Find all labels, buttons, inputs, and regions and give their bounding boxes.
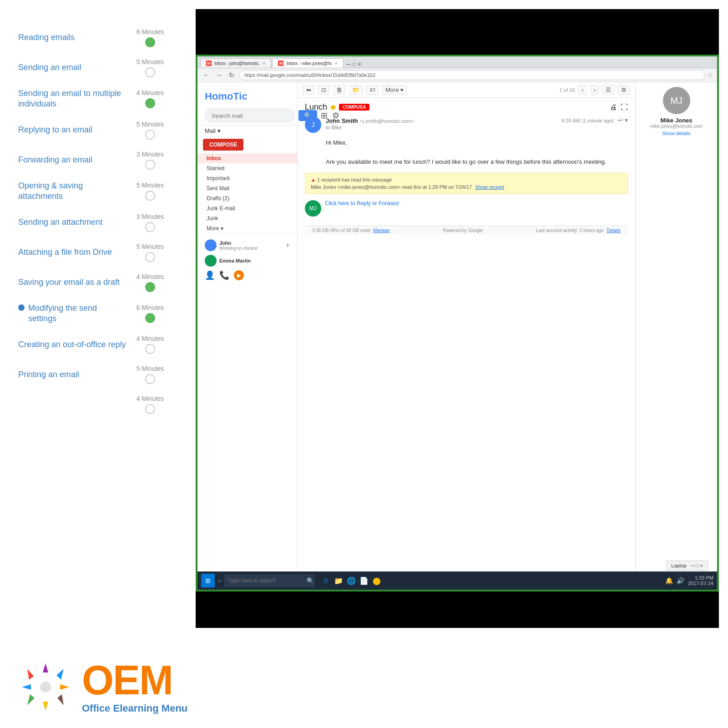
email-to: to Mike (326, 125, 557, 130)
browser-tab-2[interactable]: M Inbox - mike.jones@hom... × (272, 58, 343, 68)
sidebar-item-replying[interactable]: Replying to an email 5 Minutes (18, 115, 173, 145)
gmail-nav-more[interactable]: More ▾ (197, 223, 297, 233)
toolbar-archive[interactable]: ⬅ (303, 85, 314, 95)
toolbar-delete[interactable]: 🗑 (333, 85, 345, 95)
window-minimize[interactable]: ─ (346, 61, 351, 68)
sidebar-item-printing[interactable]: Printing an email 5 Minutes (18, 359, 173, 389)
gmail-search-input[interactable] (205, 109, 295, 122)
chat-action-icons: 👤 📞 ▶ (197, 268, 297, 282)
status-circle-printing (145, 374, 155, 384)
taskbar-search-icon-inline: 🔍 (307, 577, 314, 584)
sidebar-item-more[interactable]: 4 Minutes (18, 389, 173, 420)
reply-icon-small[interactable]: ↩ (618, 116, 623, 124)
tab-close-2[interactable]: × (334, 61, 337, 66)
minutes-label-replying: 5 Minutes (136, 121, 164, 128)
toolbar-more[interactable]: More ▾ (382, 85, 407, 95)
popup-minimize[interactable]: ─ (691, 563, 694, 568)
email-header: J John Smith <j.smith@homotic.com> to Mi… (305, 116, 628, 133)
oem-text-block: OEM Office Elearning Menu (82, 660, 187, 714)
sidebar-item-forwarding[interactable]: Forwarding an email 3 Minutes (18, 145, 173, 175)
sidebar-item-saving-draft[interactable]: Saving your email as a draft 4 Minutes (18, 268, 173, 298)
gmail-nav-sent[interactable]: Sent Mail (197, 183, 297, 193)
show-details-link[interactable]: Show details (640, 131, 713, 136)
details-link[interactable]: Details (607, 228, 621, 233)
popup-close[interactable]: × (700, 563, 703, 568)
email-print-icon[interactable]: 🖨 (610, 103, 617, 111)
compose-button[interactable]: COMPOSE (203, 139, 243, 151)
taskbar-browser2-icon[interactable]: 🌐 (346, 575, 357, 586)
sidebar-item-reading-emails[interactable]: Reading emails 6 Minutes (18, 23, 173, 53)
chat-john-info: John Working on invoice (219, 240, 258, 251)
tracking-link[interactable]: Show receipt (475, 184, 504, 190)
taskbar-chrome-icon[interactable]: ⬤ (371, 575, 382, 586)
sidebar-item-sending-email[interactable]: Sending an email 5 Minutes (18, 53, 173, 83)
svg-point-0 (40, 682, 51, 693)
toolbar-next[interactable]: › (591, 85, 599, 95)
chat-avatar-emma (205, 255, 217, 267)
gmail-nav-starred[interactable]: Starred (197, 163, 297, 173)
chat-item-john[interactable]: John Working on invoice + (197, 238, 297, 253)
gmail-nav-junk[interactable]: Junk (197, 213, 297, 223)
chat-add-icon[interactable]: + (286, 241, 290, 249)
status-circle-attaching-drive (145, 252, 155, 262)
pagination-label: 1 of 10 (560, 87, 575, 93)
minutes-label-sending-attachment: 3 Minutes (136, 213, 164, 220)
manage-link[interactable]: Manage (373, 228, 389, 233)
toolbar-move[interactable]: 📁 (349, 85, 363, 95)
toolbar-prev[interactable]: ‹ (578, 85, 586, 95)
chat-video-icon[interactable]: ▶ (234, 270, 244, 280)
nav-forward[interactable]: → (214, 70, 224, 80)
more-icon-small[interactable]: ▾ (625, 116, 628, 124)
chat-phone-icon[interactable]: 📞 (219, 270, 229, 280)
address-bar[interactable] (239, 70, 705, 80)
taskbar-file-icon[interactable]: 📄 (359, 575, 369, 586)
course-title-saving-draft: Saving your email as a draft (18, 277, 120, 288)
gmail-nav-drafts[interactable]: Drafts (2) (197, 193, 297, 203)
gmail-nav-inbox[interactable]: Inbox (197, 153, 297, 163)
svg-marker-1 (43, 663, 48, 672)
nav-back[interactable]: ← (201, 70, 211, 80)
taskbar-ie-icon[interactable]: e (320, 575, 331, 586)
sender-name: John Smith (326, 117, 358, 124)
toolbar-settings[interactable]: ⚙ (618, 85, 630, 95)
email-expand-icon[interactable]: ⛶ (621, 103, 628, 111)
taskbar-cortana[interactable]: ○ (217, 577, 221, 584)
taskbar-search[interactable] (224, 574, 315, 587)
course-item-left-opening-saving: Opening & saving attachments (18, 181, 127, 202)
toolbar-report[interactable]: ⊡ (318, 85, 329, 95)
gmail-nav-junk-email[interactable]: Junk E-mail (197, 203, 297, 213)
sidebar-item-modifying-send[interactable]: Modifying the send settings 6 Minutes (18, 298, 173, 330)
browser-tab-1[interactable]: M Inbox - john@homotic.com × (200, 58, 271, 68)
gmail-nav-important[interactable]: Important (197, 173, 297, 183)
toolbar-label[interactable]: 🏷 (366, 85, 379, 95)
popup-expand[interactable]: □ (696, 563, 699, 568)
course-title-attaching-drive: Attaching a file from Drive (18, 247, 112, 258)
bookmark-icon[interactable]: ☆ (708, 71, 713, 79)
tab-close-1[interactable]: × (263, 61, 265, 66)
browser-nav: ← → ↻ ☆ (197, 68, 717, 82)
gmail-body: HomoTic 🔍 ⊞ ⚙ Mail (197, 82, 717, 571)
course-item-right-attaching-drive: 5 Minutes (127, 243, 173, 262)
taskbar-notification-icon[interactable]: 🔔 (665, 577, 673, 584)
chat-item-emma[interactable]: Emma Martin (197, 253, 297, 268)
sidebar-item-out-of-office[interactable]: Creating an out-of-office reply 4 Minute… (18, 329, 173, 359)
mail-dropdown-icon[interactable]: ▾ (217, 127, 221, 134)
taskbar-volume-icon[interactable]: 🔊 (677, 577, 684, 584)
sidebar-item-attaching-drive[interactable]: Attaching a file from Drive 5 Minutes (18, 238, 173, 268)
reply-link[interactable]: Click here to Reply or Forward (325, 200, 399, 207)
taskbar-folder-icon[interactable]: 📁 (333, 575, 344, 586)
laptop-popup: Laptop ─ □ × (666, 561, 708, 571)
status-circle-forwarding (145, 160, 155, 170)
status-circle-out-of-office (145, 344, 155, 354)
nav-refresh[interactable]: ↻ (227, 70, 237, 80)
window-maximize[interactable]: □ (353, 61, 356, 67)
sidebar-item-sending-multiple[interactable]: Sending an email to multiple individuals… (18, 83, 173, 115)
gmail-right-panel: MJ Mike Jones mike.jones@homotic.com Sho… (635, 82, 717, 571)
start-button[interactable]: ⊞ (201, 574, 215, 587)
chat-contacts-icon[interactable]: 👤 (205, 270, 215, 280)
window-close[interactable]: × (358, 61, 361, 68)
sidebar-item-opening-saving[interactable]: Opening & saving attachments 5 Minutes (18, 175, 173, 207)
sidebar-item-sending-attachment[interactable]: Sending an attachment 3 Minutes (18, 207, 173, 238)
status-circle-modifying-send (145, 313, 155, 323)
toolbar-view[interactable]: ☰ (602, 85, 614, 95)
